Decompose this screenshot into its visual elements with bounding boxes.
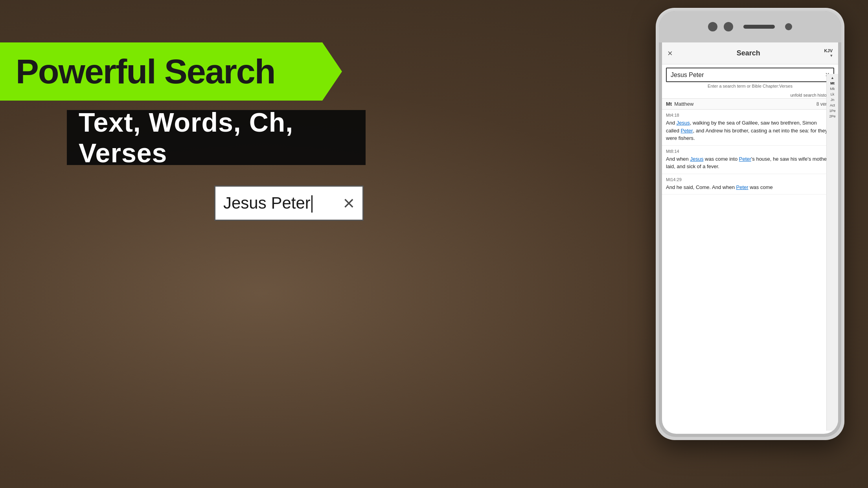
green-banner: Powerful Search: [0, 42, 342, 101]
results-header: Mt Matthew 8 verses: [662, 99, 838, 110]
book-index-jn[interactable]: Jn: [831, 97, 835, 102]
verse-text-mt8-14: And when Jesus was come into Peter's hou…: [666, 155, 830, 171]
search-input-area: Jesus Peter × Enter a search term or Bib…: [662, 64, 838, 92]
highlight-peter-1: Peter: [681, 128, 693, 134]
close-button[interactable]: ×: [668, 48, 673, 59]
search-hint: Enter a search term or Bible Chapter:Ver…: [666, 82, 834, 90]
book-index-mt[interactable]: Mt: [830, 81, 835, 86]
results-book-name: Matthew: [674, 101, 693, 107]
bible-version: KJV: [824, 48, 833, 53]
results-content: Mt4:18 And Jesus, walking by the sea of …: [662, 110, 838, 194]
camera-dot-1: [708, 22, 717, 31]
book-index-lk[interactable]: Lk: [831, 92, 835, 97]
book-index-mk[interactable]: Mk: [830, 86, 835, 91]
highlight-jesus-1: Jesus: [677, 120, 690, 126]
search-history-label: unfold search history: [791, 93, 831, 97]
book-index-1pe[interactable]: 1Pe: [829, 108, 835, 113]
search-box-overlay[interactable]: Jesus Peter ×: [214, 185, 364, 221]
search-overlay-clear[interactable]: ×: [343, 192, 355, 215]
phone-top-bar: [659, 11, 841, 42]
search-overlay-text: Jesus Peter: [223, 194, 313, 213]
verse-ref-mt8-14: Mt8:14: [666, 149, 830, 154]
subtitle-text: Text, Words, Ch, Verses: [79, 107, 354, 168]
camera-dot-2: [724, 22, 733, 31]
book-index-2pe[interactable]: 2Pe: [829, 114, 835, 119]
camera-dot-3: [785, 23, 792, 30]
phone-device: × Search KJV ▾ Jesus Peter × Enter a sea…: [656, 8, 844, 440]
verse-ref-mt4-18: Mt4:18: [666, 113, 830, 117]
verse-text-mt4-18: And Jesus, walking by the sea of Galilee…: [666, 119, 830, 142]
verse-text-mt14-29: And he said, Come. And when Peter was co…: [666, 183, 830, 191]
verse-ref-mt14-29: Mt14:29: [666, 177, 830, 182]
search-input-row[interactable]: Jesus Peter ×: [666, 68, 834, 82]
verse-block-mt8-14: Mt8:14 And when Jesus was come into Pete…: [662, 146, 834, 174]
phone-screen: × Search KJV ▾ Jesus Peter × Enter a sea…: [662, 42, 838, 434]
search-input[interactable]: Jesus Peter: [671, 72, 825, 79]
book-index-scroll-up[interactable]: ▲: [831, 75, 834, 80]
app-header: × Search KJV ▾: [662, 42, 838, 64]
results-book-abbr: Mt: [666, 101, 672, 107]
subtitle-band: Text, Words, Ch, Verses: [67, 110, 366, 165]
verse-block-mt4-18: Mt4:18 And Jesus, walking by the sea of …: [662, 110, 834, 146]
highlight-jesus-2: Jesus: [690, 156, 703, 162]
phone-inner: × Search KJV ▾ Jesus Peter × Enter a sea…: [659, 11, 841, 437]
speaker-bar: [743, 25, 775, 29]
highlight-peter-2: Peter: [739, 156, 751, 162]
book-index-act[interactable]: Act: [830, 103, 835, 108]
book-index: ▲ Mt Mk Lk Jn Act 1Pe 2Pe: [826, 74, 838, 431]
highlight-peter-3: Peter: [736, 184, 748, 190]
verse-block-mt14-29: Mt14:29 And he said, Come. And when Pete…: [662, 174, 834, 195]
search-history-row[interactable]: unfold search history ▾: [662, 92, 838, 99]
version-selector[interactable]: KJV ▾: [824, 48, 833, 58]
banner-title: Powerful Search: [16, 51, 275, 92]
text-cursor: [311, 195, 313, 213]
screen-title: Search: [737, 49, 760, 57]
version-chevron-icon: ▾: [830, 53, 833, 58]
